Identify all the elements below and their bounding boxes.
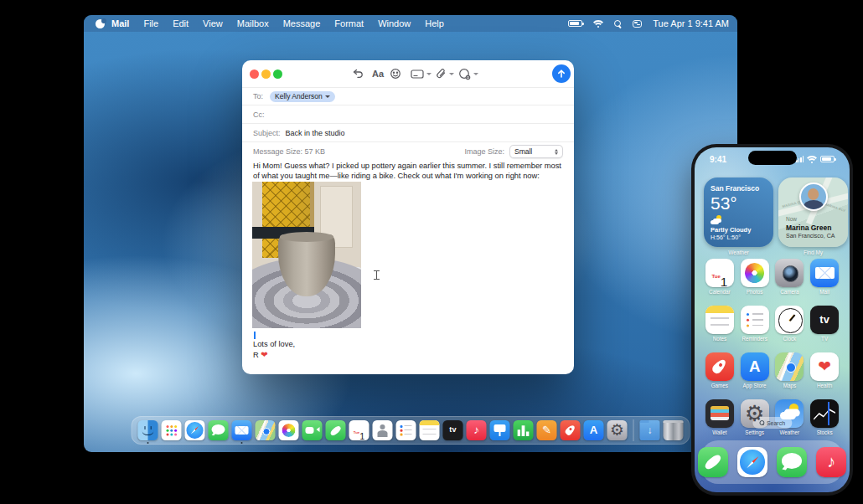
menu-item-window[interactable]: Window <box>378 18 411 28</box>
format-button[interactable]: Aa <box>372 66 384 81</box>
zoom-button[interactable] <box>273 69 282 79</box>
pottery-photo-attachment[interactable] <box>252 182 361 328</box>
home-app-appstore[interactable]: AApp Store <box>737 352 773 388</box>
dock-item-phone[interactable] <box>326 420 346 440</box>
photos-app-icon[interactable] <box>741 259 769 287</box>
dock-item-maps[interactable] <box>256 420 276 440</box>
clock-app-icon[interactable] <box>775 306 804 334</box>
dock-item-finder[interactable] <box>138 420 158 440</box>
home-app-tv[interactable]: tvTV <box>807 306 842 342</box>
dock-item-photos[interactable] <box>279 420 299 440</box>
minimize-button[interactable] <box>261 69 271 79</box>
dock-item-messages[interactable] <box>209 420 229 440</box>
home-app-reminders[interactable]: Reminders <box>737 306 773 342</box>
stocks-app-icon[interactable] <box>810 399 839 428</box>
menu-item-mailbox[interactable]: Mailbox <box>237 18 269 28</box>
dock-item-trash[interactable] <box>664 420 684 440</box>
to-field-row[interactable]: To: Kelly Anderson <box>242 87 574 105</box>
message-body-text[interactable]: Hi Mom! Guess what? I picked up pottery … <box>253 162 565 181</box>
home-app-maps[interactable]: Maps <box>773 352 808 388</box>
keynote-app-icon[interactable] <box>490 420 510 440</box>
pages-app-icon[interactable]: ✎ <box>537 420 557 440</box>
dock-item-safari[interactable] <box>185 420 205 440</box>
menu-item-help[interactable]: Help <box>425 18 444 28</box>
subject-field-row[interactable]: Subject: Back in the studio <box>242 123 574 141</box>
numbers-app-icon[interactable] <box>514 420 534 440</box>
messages-app-icon[interactable] <box>209 420 229 440</box>
dock-item-keynote[interactable] <box>490 420 510 440</box>
cc-field-row[interactable]: Cc: <box>242 105 574 123</box>
dock-item-facetime[interactable] <box>302 420 323 440</box>
control-center-icon[interactable] <box>633 20 642 28</box>
close-button[interactable] <box>250 69 259 79</box>
maps-app-icon[interactable] <box>775 352 804 381</box>
facetime-app-icon[interactable] <box>302 420 323 440</box>
dock-item-numbers[interactable] <box>514 420 534 440</box>
photos-app-icon[interactable] <box>279 420 299 440</box>
safari-app-icon[interactable] <box>185 420 205 440</box>
spotlight-search-icon[interactable] <box>614 20 622 28</box>
emoji-icon[interactable] <box>390 66 401 81</box>
iphone-dock-messages-icon[interactable] <box>777 447 807 477</box>
health-app-icon[interactable]: ❤ <box>810 352 839 381</box>
menu-item-file[interactable]: File <box>143 18 158 28</box>
battery-icon[interactable] <box>568 20 582 27</box>
home-app-camera[interactable]: Camera <box>773 259 808 295</box>
weather-widget[interactable]: San Francisco 53° Partly Cloudy H:56° L:… <box>704 177 773 247</box>
home-app-wallet[interactable]: Wallet <box>702 399 737 435</box>
dock-item-games[interactable] <box>561 420 581 440</box>
downloads-app-icon[interactable]: ↓ <box>640 420 660 440</box>
reminders-app-icon[interactable] <box>741 306 769 334</box>
contacts-app-icon[interactable] <box>373 420 393 440</box>
menu-item-edit[interactable]: Edit <box>173 18 189 28</box>
dock-item-mail[interactable] <box>232 420 252 440</box>
home-app-mail[interactable]: Mail <box>807 259 842 295</box>
tv-app-icon[interactable]: tv <box>443 420 463 440</box>
dock-item-music[interactable]: ♪ <box>467 420 487 440</box>
dock-item-downloads[interactable]: ↓ <box>640 420 660 440</box>
home-app-clock[interactable]: Clock <box>773 306 808 342</box>
recipient-pill[interactable]: Kelly Anderson <box>270 91 335 102</box>
calendar-app-icon[interactable]: Tue1 <box>349 420 369 440</box>
dock-item-tv[interactable]: tv <box>443 420 463 440</box>
mail-app-icon[interactable] <box>232 420 252 440</box>
wallet-app-icon[interactable] <box>705 399 734 428</box>
header-fields-button[interactable] <box>411 66 432 81</box>
finder-app-icon[interactable] <box>138 420 158 440</box>
dock-item-pages[interactable]: ✎ <box>537 420 557 440</box>
camera-app-icon[interactable] <box>775 259 804 287</box>
trash-app-icon[interactable] <box>664 420 684 440</box>
attachment-button[interactable] <box>436 66 454 81</box>
iphone-dock-phone-icon[interactable] <box>698 447 728 477</box>
undo-icon[interactable] <box>352 66 364 81</box>
home-app-notes[interactable]: Notes <box>702 306 737 342</box>
notes-app-icon[interactable] <box>705 306 734 334</box>
wifi-icon[interactable] <box>593 20 603 28</box>
dock-item-calendar[interactable]: Tue1 <box>349 420 369 440</box>
media-browser-button[interactable] <box>458 66 478 81</box>
menu-item-view[interactable]: View <box>203 18 223 28</box>
menu-item-message[interactable]: Message <box>283 18 321 28</box>
home-app-calendar[interactable]: Tue1Calendar <box>702 259 737 295</box>
home-app-photos[interactable]: Photos <box>737 259 773 295</box>
menu-item-mail[interactable]: Mail <box>111 18 129 28</box>
appstore-app-icon[interactable]: A <box>584 420 604 440</box>
send-button[interactable] <box>552 64 571 83</box>
home-app-games[interactable]: Games <box>702 352 737 388</box>
notes-app-icon[interactable] <box>420 420 440 440</box>
mail-app-icon[interactable] <box>810 259 839 287</box>
tv-app-icon[interactable]: tv <box>810 306 839 334</box>
menu-item-format[interactable]: Format <box>334 18 364 28</box>
games-app-icon[interactable] <box>705 352 734 381</box>
reminders-app-icon[interactable] <box>396 420 416 440</box>
dock-item-launchpad[interactable] <box>162 420 182 440</box>
phone-app-icon[interactable] <box>326 420 346 440</box>
dock-item-contacts[interactable] <box>373 420 393 440</box>
games-app-icon[interactable] <box>561 420 581 440</box>
home-app-health[interactable]: ❤Health <box>807 352 842 388</box>
image-size-select[interactable]: Small <box>509 145 563 158</box>
dock-item-reminders[interactable] <box>396 420 416 440</box>
iphone-dock-safari-icon[interactable] <box>737 447 767 477</box>
findmy-widget[interactable]: MARINA GREEN DR MARINA BLV Now Marina Gr… <box>778 177 848 247</box>
dock-item-settings[interactable]: ⚙ <box>607 420 628 440</box>
